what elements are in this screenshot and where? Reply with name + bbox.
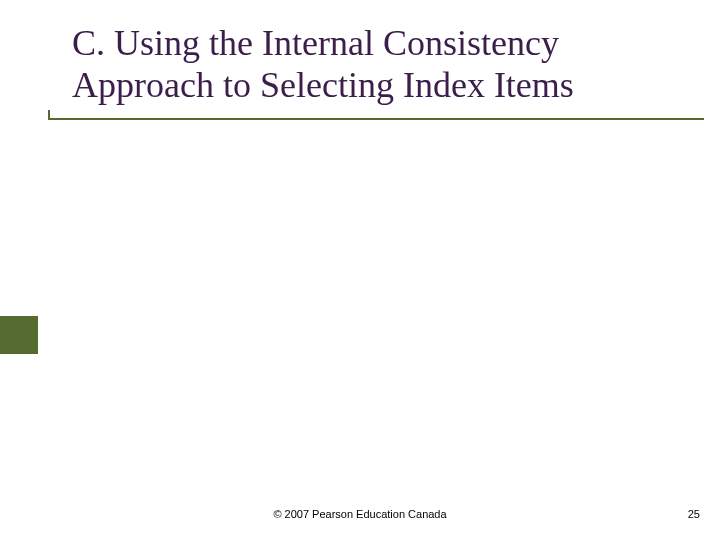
footer-copyright: © 2007 Pearson Education Canada bbox=[0, 508, 720, 520]
slide: C. Using the Internal Consistency Approa… bbox=[0, 0, 720, 540]
title-underline bbox=[48, 118, 704, 120]
slide-title: C. Using the Internal Consistency Approa… bbox=[72, 22, 690, 107]
accent-square bbox=[0, 316, 38, 354]
underline-tick bbox=[48, 110, 50, 120]
footer-page-number: 25 bbox=[688, 508, 700, 520]
